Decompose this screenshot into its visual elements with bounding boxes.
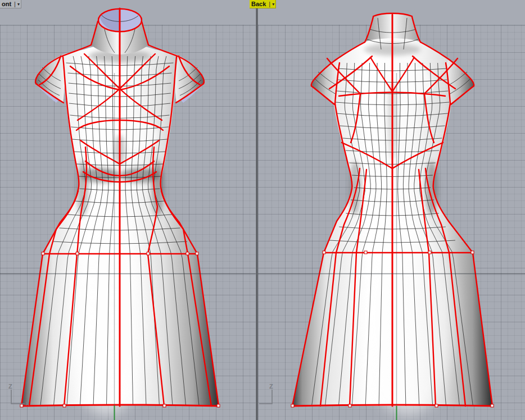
viewport-splitter[interactable] <box>256 0 258 420</box>
svg-text:x: x <box>26 400 30 407</box>
chevron-down-icon[interactable]: ▾ <box>17 0 20 8</box>
front-view-canvas[interactable]: Z x <box>0 0 256 420</box>
viewport-tab-back-label: Back <box>251 0 266 8</box>
back-view-canvas[interactable]: Z x <box>258 0 525 420</box>
cad-workspace: Z x <box>0 0 525 420</box>
dress-model-back[interactable] <box>291 13 494 416</box>
viewport-tab-back[interactable]: Back | ▾ <box>250 0 276 8</box>
viewport-back[interactable]: Z x <box>258 0 525 420</box>
chevron-down-icon[interactable]: ▾ <box>272 0 274 8</box>
tab-separator: | <box>269 0 270 8</box>
svg-text:Z: Z <box>269 383 273 390</box>
cplane-axis-icon-back: Z x <box>258 383 273 404</box>
viewport-front[interactable]: Z x <box>0 0 256 420</box>
svg-text:Z: Z <box>8 383 12 390</box>
svg-text:x: x <box>258 396 259 403</box>
tab-separator: | <box>14 0 16 8</box>
viewport-tab-front-label: ont <box>2 0 11 8</box>
dress-model-front[interactable] <box>20 8 220 416</box>
viewport-tab-front[interactable]: ont | ▾ <box>0 0 21 8</box>
